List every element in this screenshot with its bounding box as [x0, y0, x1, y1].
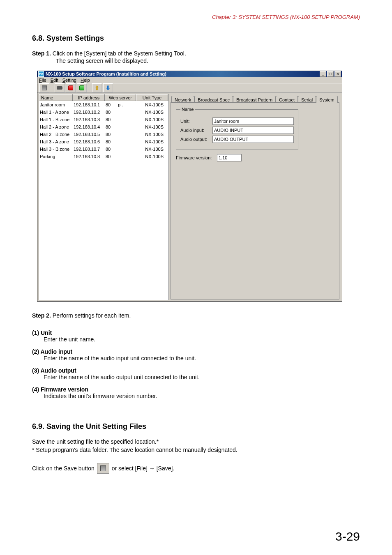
menu-bar: File Edit Setting Help: [37, 77, 342, 84]
app-icon: PA: [38, 71, 44, 77]
step1-line: Step 1. Click on the [System] tab of the…: [32, 50, 360, 57]
table-row[interactable]: Janitor room192.168.10.180NX-100S: [39, 101, 168, 108]
tab-body-system: Name Unit: Audio input: Audio output:: [171, 102, 339, 299]
scan-red-icon: [68, 85, 73, 90]
step1-text: Click on the [System] tab of the System …: [51, 50, 186, 57]
col-header-type[interactable]: Unit Type: [136, 94, 168, 101]
col-header-ip[interactable]: IP address: [73, 94, 105, 101]
table-row[interactable]: Hall 3 - A zone192.168.10.680NX-100S: [39, 138, 168, 145]
toolbar-network-button[interactable]: [55, 83, 65, 92]
menu-help[interactable]: Help: [81, 78, 90, 83]
item-2-title: (2) Audio input: [32, 348, 360, 355]
table-row[interactable]: Hall 2 - A zone192.168.10.480NX-100S: [39, 123, 168, 131]
step2-line: Step 2. Perform settings for each item.: [32, 312, 360, 319]
download-icon: ⇩: [106, 86, 111, 90]
tab-system[interactable]: System: [316, 96, 338, 103]
item-3-title: (3) Audio output: [32, 367, 360, 374]
settings-panel: Network Broadcast Spec Broadcast Pattern…: [170, 93, 342, 301]
table-header-row: Name IP address Web server p.. Unit Type: [39, 94, 168, 101]
toolbar-download-button[interactable]: ⇩: [103, 83, 113, 92]
audio-output-label: Audio output:: [180, 137, 212, 142]
toolbar: ⇧ ⇩: [37, 83, 342, 93]
save-p2: * Setup program's data folder. The save …: [32, 447, 360, 453]
step2-label: Step 2.: [32, 312, 51, 319]
item-3-body: Enter the name of the audio output unit …: [44, 374, 360, 380]
table-row[interactable]: Hall 2 - B zone192.168.10.580NX-100S: [39, 131, 168, 138]
menu-file[interactable]: File: [39, 78, 46, 83]
section-title-69: 6.9. Saving the Unit Setting Files: [32, 422, 360, 431]
audio-input-field[interactable]: [212, 127, 294, 134]
table-row[interactable]: Parking192.168.10.880NX-100S: [39, 153, 168, 160]
menu-setting[interactable]: Setting: [62, 78, 76, 83]
item-1-body: Enter the unit name.: [44, 336, 360, 343]
table-row[interactable]: Hall 3 - B zone192.168.10.780NX-100S: [39, 145, 168, 153]
tab-strip: Network Broadcast Spec Broadcast Pattern…: [171, 94, 339, 103]
scan-green-icon: [79, 85, 84, 90]
audio-input-label: Audio input:: [180, 128, 212, 133]
chapter-header: Chapter 3: SYSTEM SETTINGS (NX-100 SETUP…: [32, 14, 360, 20]
section-title-68: 6.8. System Settings: [32, 34, 360, 43]
group-legend: Name: [180, 107, 195, 112]
page-number: 3-29: [335, 530, 360, 543]
upload-icon: ⇧: [95, 86, 99, 90]
save-instruction: Click on the Save button or select [File…: [32, 463, 360, 474]
item-4-body: Indicates the unit's firmware version nu…: [44, 393, 360, 399]
unit-label: Unit:: [180, 119, 212, 124]
table-row[interactable]: Hall 1 - A zone192.168.10.280NX-100S: [39, 108, 168, 116]
menu-edit[interactable]: Edit: [51, 78, 58, 83]
firmware-version-field[interactable]: [217, 154, 242, 161]
save-text-b: or select [File] → [Save].: [112, 465, 175, 472]
col-header-name[interactable]: Name: [39, 94, 73, 101]
save-icon: [42, 85, 47, 90]
firmware-label: Firmware version:: [176, 155, 217, 160]
save-icon: [100, 465, 106, 471]
table-row[interactable]: Hall 1 - B zone192.168.10.380NX-100S: [39, 116, 168, 123]
toolbar-scan-green-button[interactable]: [77, 83, 87, 92]
screenshot-window: PA NX-100 Setup Software Program (Instal…: [37, 71, 342, 302]
save-text-a: Click on the Save button: [32, 465, 95, 472]
toolbar-upload-button[interactable]: ⇧: [92, 83, 102, 92]
name-group: Name Unit: Audio input: Audio output:: [176, 107, 298, 150]
save-button-illustration: [97, 463, 109, 474]
col-header-port[interactable]: Web server p..: [105, 94, 136, 101]
audio-output-field[interactable]: [212, 136, 294, 143]
unit-input[interactable]: [212, 117, 294, 125]
save-p1: Save the unit setting file to the specif…: [32, 438, 360, 445]
step2-text: Perform settings for each item.: [51, 312, 131, 319]
minimize-button[interactable]: _: [320, 71, 326, 77]
item-1-title: (1) Unit: [32, 329, 360, 336]
maximize-button[interactable]: □: [327, 71, 334, 77]
unit-list-table: Name IP address Web server p.. Unit Type…: [39, 94, 169, 300]
step1-cont: The setting screen will be displayed.: [56, 58, 360, 64]
network-icon: [57, 86, 62, 90]
toolbar-scan-red-button[interactable]: [66, 83, 76, 92]
close-button[interactable]: ×: [334, 71, 341, 77]
item-2-body: Enter the name of the audio input unit c…: [44, 355, 360, 362]
step1-label: Step 1.: [32, 50, 51, 57]
toolbar-save-button[interactable]: [39, 83, 49, 92]
item-4-title: (4) Firmware version: [32, 386, 360, 393]
window-title: NX-100 Setup Software Program (Installti…: [46, 71, 320, 76]
titlebar: PA NX-100 Setup Software Program (Instal…: [37, 71, 342, 77]
